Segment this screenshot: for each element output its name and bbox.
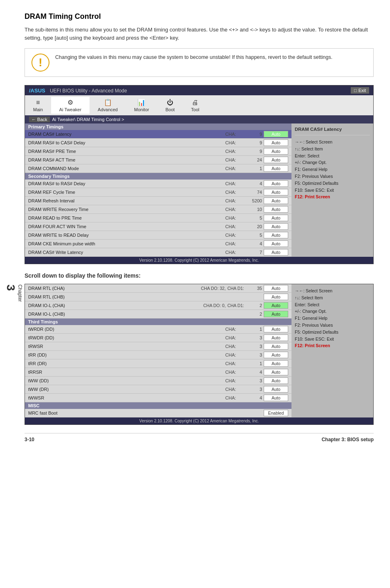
page-container: DRAM Timing Control The sub-items in thi…: [0, 0, 390, 455]
nav-ai-tweaker[interactable]: ⚙ Ai Tweaker: [51, 97, 90, 114]
nav-monitor[interactable]: 📊 Monitor: [126, 97, 157, 114]
row-dropdown[interactable]: Auto: [264, 285, 288, 292]
row-cha: CHA:: [225, 190, 246, 195]
bios-title-bar: /ASUS UEFI BIOS Utility - Advanced Mode …: [25, 85, 373, 95]
exit-icon: □: [354, 88, 357, 93]
bios-row-mrc-fast-boot[interactable]: MRC fast Boot Enabled: [25, 409, 291, 417]
row-val: 24: [246, 157, 262, 162]
bios-row-rtl-chb[interactable]: DRAM RTL (CHB) Auto: [25, 293, 291, 301]
row-label: tWWSR: [28, 395, 225, 400]
row-dropdown[interactable]: Auto: [264, 165, 288, 172]
row-cha: CHA:: [225, 241, 246, 246]
row-cha: CHA:: [225, 198, 246, 203]
help-line-7: F5: Optimized Defaults: [295, 180, 370, 187]
bios-right-panel: DRAM CAS# Latency →←: Select Screen ↑↓: …: [291, 123, 373, 257]
row-dropdown[interactable]: Auto: [264, 131, 288, 137]
help2-line-6: F2: Previous Values: [295, 322, 370, 329]
row-dropdown[interactable]: Auto: [264, 294, 288, 300]
bios-row-ras-ras[interactable]: DRAM RAS# to RAS# Delay CHA: 4 Auto: [25, 180, 291, 188]
page-footer: 3-10 Chapter 3: BIOS setup: [25, 433, 374, 442]
nav-ai-tweaker-icon: ⚙: [67, 99, 73, 106]
nav-main-label: Main: [33, 107, 43, 112]
bios-row-command-mode[interactable]: DRAM COMMAND Mode CHA: 1 Auto: [25, 164, 291, 173]
bios-row-trr-dd[interactable]: tRR (DD) CHA: 3 Auto: [25, 351, 291, 359]
row-dropdown[interactable]: Auto: [264, 249, 288, 256]
row-dropdown[interactable]: Auto: [264, 180, 288, 187]
bios-row-trr-dr[interactable]: tRR (DR) CHA: 1 Auto: [25, 359, 291, 368]
bios-row-ref-cycle[interactable]: DRAM REF Cycle Time CHA: 74 Auto: [25, 188, 291, 197]
bios-screen-1: /ASUS UEFI BIOS Utility - Advanced Mode …: [25, 85, 374, 264]
row-label: DRAM REF Cycle Time: [28, 190, 225, 195]
bios-row-cas-write[interactable]: DRAM CAS# Write Latency CHA: 7 Auto: [25, 248, 291, 257]
row-dropdown[interactable]: Auto: [264, 240, 288, 247]
exit-button[interactable]: □ Exit: [351, 87, 369, 94]
row-dropdown[interactable]: Auto: [264, 139, 288, 146]
row-dropdown[interactable]: Auto: [264, 386, 288, 393]
row-val: 9: [246, 149, 262, 154]
row-cha: CHA:: [225, 132, 246, 137]
row-dropdown[interactable]: Auto: [264, 334, 288, 341]
bios-row-tww-dd[interactable]: tWW (DD) CHA: 3 Auto: [25, 377, 291, 385]
row-dropdown[interactable]: Auto: [264, 311, 288, 317]
bios-row-cke-min[interactable]: DRAM CKE Minimum pulse width CHA: 4 Auto: [25, 240, 291, 248]
row-val: 10: [246, 207, 262, 212]
chapter-sidebar: Chapter 3: [0, 281, 27, 308]
row-dropdown[interactable]: Auto: [264, 352, 288, 358]
row-cha: CHA:: [225, 378, 246, 383]
row-dropdown[interactable]: Auto: [264, 215, 288, 221]
help2-line-4: +/-: Change Opt.: [295, 308, 370, 315]
bios-row-iol-chb[interactable]: DRAM IO-L (CHB) 2 Auto: [25, 310, 291, 319]
nav-advanced[interactable]: 📋 Advanced: [90, 97, 126, 114]
bios-row-four-act[interactable]: DRAM FOUR ACT WIN Time CHA: 20 Auto: [25, 222, 291, 231]
bios-row-refresh-interval[interactable]: DRAM Refresh Interval CHA: 5200 Auto: [25, 197, 291, 205]
row-dropdown[interactable]: Auto: [264, 343, 288, 350]
row-cha: CHA:: [225, 250, 246, 255]
row-dropdown[interactable]: Auto: [264, 189, 288, 195]
bios-row-ras-pre[interactable]: DRAM RAS# PRE Time CHA: 9 Auto: [25, 147, 291, 156]
row-dropdown[interactable]: Auto: [264, 197, 288, 204]
row-cha: CHA:: [225, 181, 246, 186]
row-dropdown[interactable]: Auto: [264, 360, 288, 367]
bios-row-read-pre[interactable]: DRAM READ to PRE Time CHA: 5 Auto: [25, 214, 291, 222]
bios-row-trwsr[interactable]: tRWSR CHA: 3 Auto: [25, 342, 291, 351]
bios-row-iol-cha[interactable]: DRAM IO-L (CHA) CHA DO: 0, CHA D1: 2 Aut…: [25, 301, 291, 310]
row-label: DRAM CAS# Latency: [28, 132, 225, 137]
bios-row-trwdr[interactable]: tRWDR (DD) CHA: 3 Auto: [25, 334, 291, 342]
bios-row-trrsr[interactable]: tRRSR CHA: 4 Auto: [25, 368, 291, 377]
bios-row-cas-latency[interactable]: DRAM CAS# Latency CHA: 9 Auto: [25, 130, 291, 139]
row-dropdown[interactable]: Auto: [264, 223, 288, 230]
row-dropdown[interactable]: Enabled: [264, 410, 288, 416]
row-label: DRAM CAS# Write Latency: [28, 250, 225, 255]
back-button[interactable]: ← Back: [29, 117, 50, 122]
help-line-6: F2: Previous Values: [295, 173, 370, 180]
bios-row-twrdr[interactable]: tWRDR (DD) CHA: 1 Auto: [25, 325, 291, 334]
row-cha: CHA:: [225, 215, 246, 220]
warning-box: ! Changing the values in this menu may c…: [25, 48, 374, 77]
nav-advanced-icon: 📋: [104, 99, 112, 106]
row-dropdown[interactable]: Auto: [264, 302, 288, 309]
nav-main[interactable]: ≡ Main: [25, 97, 51, 114]
bios-row-rtl-cha[interactable]: DRAM RTL (CHA) CHA DO: 32, CHA D1: 35 Au…: [25, 284, 291, 293]
nav-tool[interactable]: 🖨 Tool: [183, 97, 207, 114]
bios-row-twwsr[interactable]: tWWSR CHA: 4 Auto: [25, 394, 291, 402]
bios-row-ras-cas[interactable]: DRAM RAS# to CAS# Delay CHA: 9 Auto: [25, 139, 291, 147]
row-dropdown[interactable]: Auto: [264, 157, 288, 163]
row-label: DRAM IO-L (CHB): [28, 312, 137, 316]
row-dropdown[interactable]: Auto: [264, 206, 288, 213]
bios-row-tww-dr[interactable]: tWW (DR) CHA: 3 Auto: [25, 385, 291, 394]
nav-boot[interactable]: ⏻ Boot: [157, 97, 183, 114]
row-dropdown[interactable]: Auto: [264, 148, 288, 155]
help2-line-5: F1: General Help: [295, 315, 370, 322]
bios-row-write-recovery[interactable]: DRAM WRITE Recovery Time CHA: 10 Auto: [25, 205, 291, 214]
bios-row-write-read[interactable]: DRAM WRITE to READ Delay CHA: 5 Auto: [25, 231, 291, 240]
help2-line-9: F12: Print Screen: [295, 342, 370, 349]
nav-boot-icon: ⏻: [167, 99, 173, 106]
row-dropdown[interactable]: Auto: [264, 377, 288, 384]
row-dropdown[interactable]: Auto: [264, 326, 288, 332]
row-dropdown[interactable]: Auto: [264, 232, 288, 238]
row-dropdown[interactable]: Auto: [264, 369, 288, 375]
breadcrumb-path: Ai Tweaker\ DRAM Timing Control >: [52, 117, 124, 122]
row-val: 2: [246, 303, 262, 308]
row-dropdown[interactable]: Auto: [264, 395, 288, 401]
bios-row-ras-act[interactable]: DRAM RAS# ACT Time CHA: 24 Auto: [25, 156, 291, 164]
